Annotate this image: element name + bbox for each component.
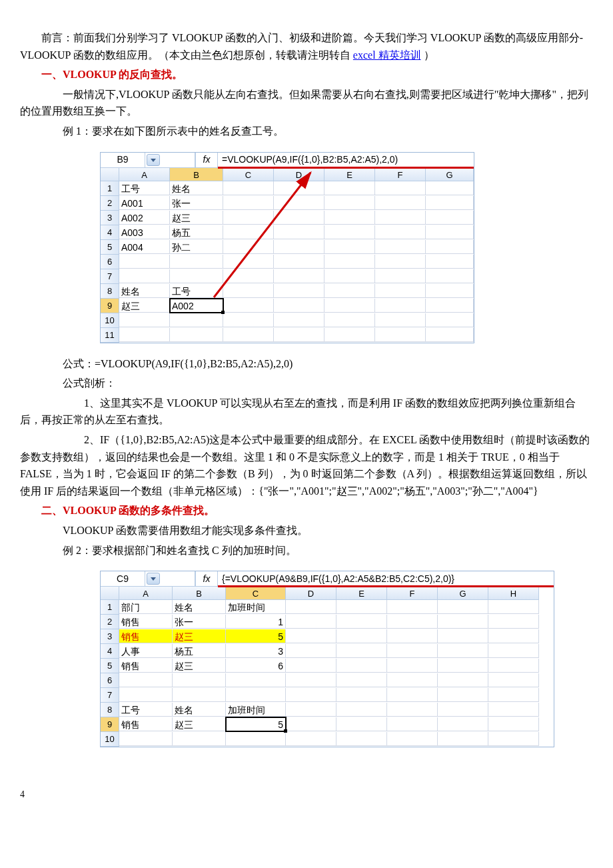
cell-G4[interactable] bbox=[438, 644, 488, 658]
row-header-10[interactable]: 10 bbox=[101, 313, 119, 328]
cell-A10[interactable] bbox=[119, 732, 173, 746]
row-header-7[interactable]: 7 bbox=[101, 269, 119, 284]
cell-G2[interactable] bbox=[426, 196, 474, 210]
cell-D1[interactable] bbox=[274, 181, 324, 195]
cell-D11[interactable] bbox=[274, 328, 324, 342]
cell-G7[interactable] bbox=[426, 269, 474, 283]
cell-B5[interactable]: 孙二 bbox=[170, 240, 223, 254]
cell-E3[interactable] bbox=[324, 211, 375, 225]
cell-G9[interactable] bbox=[438, 717, 488, 731]
cell-G5[interactable] bbox=[426, 240, 474, 254]
cell-B4[interactable]: 杨五 bbox=[173, 644, 226, 658]
cell-C8[interactable] bbox=[223, 284, 274, 298]
cell-E9[interactable] bbox=[336, 717, 387, 731]
cell-D2[interactable] bbox=[286, 615, 336, 629]
corner-cell[interactable] bbox=[101, 587, 119, 600]
cell-B3[interactable]: 赵三 bbox=[173, 629, 226, 643]
row-header-6[interactable]: 6 bbox=[101, 673, 119, 688]
formula-text-2[interactable]: {=VLOOKUP(A9&B9,IF({1,0},A2:A5&B2:B5,C2:… bbox=[218, 571, 554, 586]
col-header-C[interactable]: C bbox=[226, 587, 286, 600]
row-header-11[interactable]: 11 bbox=[101, 328, 119, 343]
cell-F3[interactable] bbox=[375, 211, 426, 225]
cell-C9[interactable] bbox=[223, 299, 274, 313]
cell-D4[interactable] bbox=[286, 644, 336, 658]
cell-A4[interactable]: 人事 bbox=[119, 644, 173, 658]
cell-F4[interactable] bbox=[387, 644, 438, 658]
cell-D5[interactable] bbox=[286, 659, 336, 673]
cell-A11[interactable] bbox=[119, 328, 170, 342]
cell-A7[interactable] bbox=[119, 269, 170, 283]
col-header-A[interactable]: A bbox=[119, 587, 173, 600]
cell-A1[interactable]: 工号 bbox=[119, 181, 170, 195]
fx-icon-2[interactable]: fx bbox=[195, 571, 218, 586]
cell-G9[interactable] bbox=[426, 299, 474, 313]
cell-C11[interactable] bbox=[223, 328, 274, 342]
name-box-2[interactable]: C9 bbox=[101, 571, 145, 586]
cell-E8[interactable] bbox=[324, 284, 375, 298]
cell-F8[interactable] bbox=[387, 703, 438, 717]
cell-D10[interactable] bbox=[274, 313, 324, 327]
row-header-8[interactable]: 8 bbox=[101, 703, 119, 717]
row-header-1[interactable]: 1 bbox=[101, 181, 119, 196]
cell-G10[interactable] bbox=[426, 313, 474, 327]
cell-C4[interactable] bbox=[223, 225, 274, 239]
cell-C9[interactable]: 5 bbox=[226, 717, 286, 731]
cell-G5[interactable] bbox=[438, 659, 488, 673]
col-header-B[interactable]: B bbox=[173, 587, 226, 600]
fx-icon[interactable]: fx bbox=[195, 153, 218, 167]
col-header-E[interactable]: E bbox=[336, 587, 387, 600]
cell-C5[interactable]: 6 bbox=[226, 659, 286, 673]
cell-G4[interactable] bbox=[426, 225, 474, 239]
cell-H4[interactable] bbox=[488, 644, 539, 658]
cell-C8[interactable]: 加班时间 bbox=[226, 703, 286, 717]
cell-F2[interactable] bbox=[375, 196, 426, 210]
cell-B9[interactable]: A002 bbox=[170, 299, 223, 313]
name-box-dropdown[interactable] bbox=[147, 154, 160, 166]
cell-D7[interactable] bbox=[274, 269, 324, 283]
col-header-G[interactable]: G bbox=[426, 168, 474, 181]
col-header-C[interactable]: C bbox=[223, 168, 274, 181]
cell-B3[interactable]: 赵三 bbox=[170, 211, 223, 225]
cell-E8[interactable] bbox=[336, 703, 387, 717]
corner-cell[interactable] bbox=[101, 168, 119, 181]
cell-A8[interactable]: 姓名 bbox=[119, 284, 170, 298]
cell-D8[interactable] bbox=[286, 703, 336, 717]
cell-D6[interactable] bbox=[286, 673, 336, 687]
cell-F9[interactable] bbox=[375, 299, 426, 313]
cell-D8[interactable] bbox=[274, 284, 324, 298]
row-header-10[interactable]: 10 bbox=[101, 732, 119, 747]
cell-D9[interactable] bbox=[286, 717, 336, 731]
cell-G3[interactable] bbox=[426, 211, 474, 225]
cell-A1[interactable]: 部门 bbox=[119, 600, 173, 614]
cell-G11[interactable] bbox=[426, 328, 474, 342]
cell-A4[interactable]: A003 bbox=[119, 225, 170, 239]
cell-A6[interactable] bbox=[119, 255, 170, 269]
cell-C6[interactable] bbox=[223, 255, 274, 269]
cell-C7[interactable] bbox=[223, 269, 274, 283]
cell-H5[interactable] bbox=[488, 659, 539, 673]
cell-E1[interactable] bbox=[324, 181, 375, 195]
cell-D9[interactable] bbox=[274, 299, 324, 313]
cell-F9[interactable] bbox=[387, 717, 438, 731]
cell-F11[interactable] bbox=[375, 328, 426, 342]
cell-A9[interactable]: 赵三 bbox=[119, 299, 170, 313]
cell-G7[interactable] bbox=[438, 688, 488, 702]
cell-A9[interactable]: 销售 bbox=[119, 717, 173, 731]
cell-B10[interactable] bbox=[170, 313, 223, 327]
cell-D10[interactable] bbox=[286, 732, 336, 746]
cell-H9[interactable] bbox=[488, 717, 539, 731]
cell-C3[interactable] bbox=[223, 211, 274, 225]
cell-A10[interactable] bbox=[119, 313, 170, 327]
cell-C1[interactable] bbox=[223, 181, 274, 195]
cell-A3[interactable]: 销售 bbox=[119, 629, 173, 643]
cell-C2[interactable]: 1 bbox=[226, 615, 286, 629]
cell-G3[interactable] bbox=[438, 629, 488, 643]
row-header-5[interactable]: 5 bbox=[101, 240, 119, 255]
cell-E4[interactable] bbox=[324, 225, 375, 239]
col-header-A[interactable]: A bbox=[119, 168, 170, 181]
cell-E6[interactable] bbox=[336, 673, 387, 687]
cell-B2[interactable]: 张一 bbox=[170, 196, 223, 210]
cell-H8[interactable] bbox=[488, 703, 539, 717]
cell-B2[interactable]: 张一 bbox=[173, 615, 226, 629]
cell-B6[interactable] bbox=[173, 673, 226, 687]
